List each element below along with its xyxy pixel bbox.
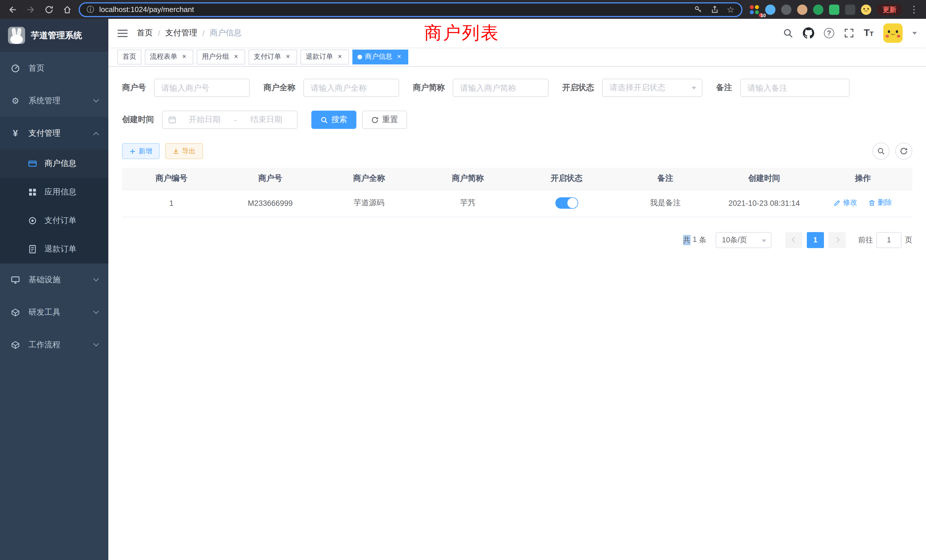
sidebar-subitem-app-info[interactable]: 应用信息 bbox=[0, 178, 108, 206]
sidebar-item-infrastructure[interactable]: 基础设施 bbox=[0, 263, 108, 296]
start-date-placeholder[interactable]: 开始日期 bbox=[180, 115, 230, 125]
user-avatar[interactable] bbox=[883, 23, 903, 43]
sidebar-subitem-refund-order[interactable]: 退款订单 bbox=[0, 235, 108, 263]
gear-icon: ⚙ bbox=[10, 95, 21, 106]
top-navbar: 首页 / 支付管理 / 商户信息 商户列表 ? TT bbox=[108, 19, 926, 47]
extension-dark-icon[interactable] bbox=[845, 4, 855, 15]
font-size-icon[interactable]: TT bbox=[864, 27, 873, 39]
site-info-icon[interactable]: ⓘ bbox=[87, 4, 94, 15]
breadcrumb-home[interactable]: 首页 bbox=[137, 28, 153, 38]
add-button[interactable]: 新增 bbox=[122, 143, 160, 159]
sidebar-subitem-pay-order[interactable]: 支付订单 bbox=[0, 206, 108, 235]
bookmark-star-icon[interactable]: ☆ bbox=[727, 5, 734, 14]
back-icon[interactable] bbox=[6, 3, 20, 16]
forward-icon[interactable] bbox=[24, 3, 38, 16]
breadcrumb: 首页 / 支付管理 / 商户信息 bbox=[137, 28, 242, 38]
refresh-table-icon[interactable] bbox=[895, 142, 912, 160]
tab-process-form[interactable]: 流程表单 × bbox=[145, 49, 193, 64]
delete-button[interactable]: 删除 bbox=[869, 198, 892, 208]
tab-user-group[interactable]: 用户分组 × bbox=[197, 49, 245, 64]
page-size-select[interactable]: 10条/页 bbox=[716, 232, 772, 248]
screen: ⓘ localhost:1024/pay/merchant ☆ 10 更新 ⋮ bbox=[0, 0, 926, 560]
current-page[interactable]: 1 bbox=[807, 232, 824, 248]
extension-drop-icon[interactable] bbox=[765, 4, 775, 15]
extension-smiley-icon[interactable] bbox=[861, 4, 871, 15]
remark-label: 备注 bbox=[716, 83, 732, 93]
edit-button[interactable]: 修改 bbox=[834, 198, 857, 208]
create-time-range-picker[interactable]: 开始日期 - 结束日期 bbox=[162, 110, 298, 129]
sidebar-item-payment[interactable]: ¥ 支付管理 bbox=[0, 117, 108, 150]
col-remark: 备注 bbox=[616, 168, 715, 189]
github-icon[interactable] bbox=[803, 27, 814, 39]
reset-button[interactable]: 重置 bbox=[362, 110, 407, 129]
app-logo[interactable]: 芋道管理系统 bbox=[0, 19, 108, 52]
browser-toolbar: ⓘ localhost:1024/pay/merchant ☆ 10 更新 ⋮ bbox=[0, 0, 926, 19]
home-icon[interactable] bbox=[61, 3, 74, 16]
tab-pay-order[interactable]: 支付订单 × bbox=[249, 49, 297, 64]
search-button[interactable]: 搜索 bbox=[311, 110, 356, 129]
short-name-label: 商户简称 bbox=[413, 83, 445, 93]
browser-menu-icon[interactable]: ⋮ bbox=[908, 4, 920, 15]
sidebar-subitem-merchant-info[interactable]: 商户信息 bbox=[0, 150, 108, 178]
filter-row-2: 创建时间 开始日期 - 结束日期 搜索 重置 bbox=[122, 110, 912, 129]
breadcrumb-payment[interactable]: 支付管理 bbox=[165, 28, 197, 38]
full-name-input[interactable] bbox=[303, 79, 399, 97]
close-icon[interactable]: × bbox=[336, 53, 344, 61]
browser-nav-buttons bbox=[6, 3, 74, 16]
password-key-icon[interactable] bbox=[694, 5, 702, 14]
goto-suffix: 页 bbox=[905, 235, 912, 245]
cell-merchant-id: 1 bbox=[122, 189, 221, 217]
chevron-down-icon bbox=[762, 239, 766, 242]
tab-refund-order[interactable]: 退款订单 × bbox=[301, 49, 349, 64]
close-icon[interactable]: × bbox=[232, 53, 240, 61]
remark-input[interactable] bbox=[740, 79, 850, 97]
close-icon[interactable]: × bbox=[180, 53, 188, 61]
status-toggle[interactable] bbox=[555, 197, 578, 209]
close-icon[interactable]: × bbox=[284, 53, 292, 61]
full-name-label: 商户全称 bbox=[263, 83, 295, 93]
credit-card-icon bbox=[27, 159, 38, 168]
chrome-update-button[interactable]: 更新 bbox=[877, 4, 902, 15]
short-name-input[interactable] bbox=[453, 79, 549, 97]
grid-icon bbox=[27, 188, 38, 197]
cell-short-name: 芋艿 bbox=[419, 189, 517, 217]
merchant-no-input[interactable] bbox=[154, 79, 250, 97]
chevron-down-icon[interactable] bbox=[912, 32, 917, 35]
next-page-button[interactable] bbox=[829, 232, 846, 248]
help-icon[interactable]: ? bbox=[824, 28, 834, 38]
hamburger-icon[interactable] bbox=[118, 29, 128, 37]
extension-avatar-icon[interactable] bbox=[797, 4, 807, 15]
sidebar-item-label: 基础设施 bbox=[29, 275, 61, 285]
url-text[interactable]: localhost:1024/pay/merchant bbox=[99, 5, 194, 14]
col-actions: 操作 bbox=[814, 168, 912, 189]
tab-merchant-info[interactable]: 商户信息 × bbox=[353, 49, 408, 64]
export-button[interactable]: 导出 bbox=[165, 143, 203, 159]
goto-page-input[interactable] bbox=[876, 232, 902, 248]
prev-page-button[interactable] bbox=[785, 232, 802, 248]
tags-view-bar: 首页 流程表单 × 用户分组 × 支付订单 × 退款订单 × bbox=[108, 47, 926, 67]
extension-green-square-icon[interactable] bbox=[829, 4, 839, 15]
toolbar-row: 新增 导出 bbox=[122, 142, 912, 160]
sidebar-item-system[interactable]: ⚙ 系统管理 bbox=[0, 85, 108, 117]
end-date-placeholder[interactable]: 结束日期 bbox=[242, 115, 291, 125]
extensions-puzzle-icon[interactable]: 10 bbox=[749, 4, 760, 15]
extension-green-circle-icon[interactable] bbox=[813, 4, 823, 15]
fullscreen-icon[interactable] bbox=[844, 28, 854, 38]
col-create-time: 创建时间 bbox=[715, 168, 814, 189]
status-select[interactable]: 请选择开启状态 bbox=[602, 79, 702, 97]
reload-icon[interactable] bbox=[42, 3, 56, 16]
search-icon[interactable] bbox=[783, 28, 793, 38]
navbar-actions: ? TT bbox=[783, 23, 917, 43]
address-bar[interactable]: ⓘ localhost:1024/pay/merchant ☆ bbox=[79, 2, 742, 17]
sidebar-item-dev-tools[interactable]: 研发工具 bbox=[0, 296, 108, 328]
monitor-icon bbox=[10, 275, 21, 284]
sidebar-item-workflow[interactable]: 工作流程 bbox=[0, 328, 108, 361]
tab-home[interactable]: 首页 bbox=[118, 49, 141, 64]
share-icon[interactable] bbox=[710, 5, 719, 14]
close-icon[interactable]: × bbox=[395, 53, 403, 61]
toggle-search-icon[interactable] bbox=[872, 142, 890, 160]
sidebar-item-home[interactable]: 首页 bbox=[0, 52, 108, 85]
extension-circle-icon[interactable] bbox=[781, 4, 791, 15]
merchant-table: 商户编号 商户号 商户全称 商户简称 开启状态 备注 创建时间 操作 1 bbox=[122, 168, 912, 217]
goto-page: 前往 页 bbox=[858, 232, 912, 248]
